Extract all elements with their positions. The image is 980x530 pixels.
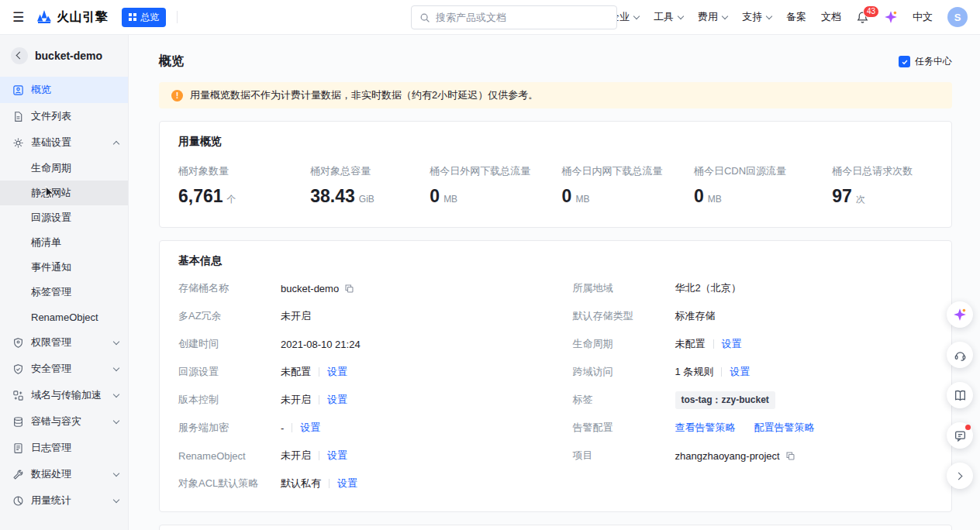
sidebar-item-file-list[interactable]: 文件列表	[0, 103, 128, 129]
documentation-button[interactable]	[947, 382, 973, 408]
search-input[interactable]	[436, 12, 609, 23]
sidebar-item-basic-settings[interactable]: 基础设置	[0, 129, 128, 156]
nav-tools[interactable]: 工具	[654, 10, 683, 24]
divider	[319, 395, 319, 404]
pie-chart-icon	[12, 495, 24, 507]
settings-link[interactable]: 设置	[327, 393, 347, 407]
sidebar-item-bucket-inventory[interactable]: 桶清单	[0, 230, 128, 255]
row-tags: 标签 tos-tag：zzy-bucket	[573, 386, 933, 414]
sidebar-item-permission-management[interactable]: 权限管理	[0, 329, 128, 356]
sidebar-item-log-management[interactable]: 日志管理	[0, 435, 128, 461]
copy-icon[interactable]	[344, 284, 354, 294]
collapse-toolbar-button[interactable]	[947, 463, 973, 489]
row-acl-default-policy: 对象ACL默认策略 默认私有 设置	[178, 470, 539, 497]
main-content: 概览 任务中心 ! 用量概览数据不作为计费计量数据，非实时数据（约有2小时延迟）…	[129, 35, 980, 530]
settings-link[interactable]: 设置	[327, 449, 347, 463]
stat-label: 桶今日外网下载总流量	[430, 164, 561, 178]
nav-docs[interactable]: 文档	[821, 10, 841, 24]
ai-assistant-button[interactable]	[947, 301, 973, 328]
feedback-button[interactable]	[947, 422, 973, 449]
copy-icon[interactable]	[785, 451, 795, 461]
sidebar-item-data-processing[interactable]: 数据处理	[0, 461, 128, 487]
divider	[292, 423, 292, 432]
settings-link[interactable]: 设置	[722, 337, 742, 351]
divider	[329, 479, 330, 488]
nav-label: 文档	[821, 10, 841, 24]
stat-total-capacity: 桶对象总容量 38.43 GiB	[310, 164, 430, 207]
row-versioning: 版本控制 未开启 设置	[178, 386, 539, 414]
menu-icon[interactable]: ☰	[12, 11, 24, 24]
tag-chip: tos-tag：zzy-bucket	[675, 391, 775, 409]
sidebar-item-tag-management[interactable]: 标签管理	[0, 280, 128, 305]
stat-unit: 个	[227, 193, 236, 206]
info-value: 标准存储	[675, 309, 716, 323]
sidebar-item-overview[interactable]: 概览	[0, 77, 128, 103]
nav-icp-filing[interactable]: 备案	[786, 10, 806, 24]
settings-link[interactable]: 设置	[337, 477, 357, 490]
stat-value: 0	[430, 186, 440, 207]
settings-link[interactable]: 设置	[730, 365, 750, 379]
task-center-button[interactable]: 任务中心	[899, 55, 952, 68]
sidebar-item-label: 事件通知	[31, 260, 71, 274]
sidebar-item-fault-tolerance[interactable]: 容错与容灾	[0, 408, 128, 435]
access-domains-card: 访问域名	[159, 525, 952, 530]
basic-info-card: 基本信息 存储桶名称 bucket-demo 多AZ冗余	[159, 240, 952, 512]
header-right: 企业 工具 费用 支持 备案 文档 43	[609, 7, 968, 27]
headset-icon	[954, 349, 967, 362]
floating-toolbar	[947, 301, 973, 489]
sidebar-item-label: 安全管理	[31, 362, 71, 376]
settings-link[interactable]: 设置	[327, 365, 347, 379]
avatar[interactable]: S	[947, 7, 968, 27]
sidebar-item-label: 数据处理	[31, 467, 71, 481]
stat-label: 桶今日总请求次数	[832, 164, 933, 178]
sidebar-item-usage-statistics[interactable]: 用量统计	[0, 487, 128, 514]
info-label: 告警配置	[573, 421, 675, 435]
support-button[interactable]	[947, 342, 973, 368]
view-alarm-policy-link[interactable]: 查看告警策略	[675, 421, 736, 435]
stat-label: 桶今日CDN回源流量	[694, 164, 832, 178]
row-server-encryption: 服务端加密 - 设置	[178, 414, 539, 442]
sidebar-item-label: 标签管理	[31, 285, 71, 299]
overview-badge[interactable]: 总览	[122, 8, 166, 27]
language-switch[interactable]: 中文	[913, 10, 933, 24]
row-mirror-back: 回源设置 未配置 设置	[178, 358, 539, 386]
chevron-down-icon	[113, 418, 119, 424]
sidebar-item-rename-object[interactable]: RenameObject	[0, 305, 128, 329]
notifications-button[interactable]: 43	[856, 11, 869, 24]
info-value: 未开启	[281, 393, 311, 407]
ark-assistant-icon[interactable]	[884, 10, 898, 24]
sidebar-item-security-management[interactable]: 安全管理	[0, 356, 128, 382]
nav-label: 支持	[742, 10, 762, 24]
nav-support[interactable]: 支持	[742, 10, 771, 24]
info-label: RenameObject	[178, 450, 281, 462]
sidebar-item-label: 桶清单	[31, 236, 61, 250]
mouse-cursor-icon	[45, 186, 54, 199]
brand-name: 火山引擎	[57, 9, 108, 26]
gear-icon	[12, 137, 24, 149]
sidebar-item-domain-acceleration[interactable]: 域名与传输加速	[0, 382, 128, 408]
chevron-down-icon	[113, 391, 119, 398]
stat-label: 桶对象数量	[178, 164, 310, 178]
sidebar-item-mirror-back[interactable]: 回源设置	[0, 205, 128, 230]
info-value: 未配置	[281, 365, 311, 379]
info-value: 未开启	[281, 449, 311, 463]
task-check-icon	[899, 56, 910, 67]
header-divider	[177, 11, 178, 23]
file-icon	[12, 111, 24, 122]
sidebar: bucket-demo 概览 文件列表	[0, 35, 129, 530]
back-button[interactable]	[11, 47, 28, 64]
configure-alarm-policy-link[interactable]: 配置告警策略	[754, 421, 815, 435]
sidebar-item-lifecycle[interactable]: 生命周期	[0, 156, 128, 181]
settings-link[interactable]: 设置	[300, 421, 320, 435]
chevron-down-icon	[113, 497, 119, 503]
sidebar-item-static-website[interactable]: 静态网站	[0, 181, 128, 205]
row-creation-time: 创建时间 2021-08-10 21:24	[178, 330, 539, 358]
chevron-down-icon	[633, 13, 640, 19]
info-value: -	[281, 422, 284, 434]
sidebar-item-event-notification[interactable]: 事件通知	[0, 255, 128, 280]
info-label: 存储桶名称	[178, 281, 281, 295]
basic-info-title: 基本信息	[160, 241, 951, 268]
nav-expenses[interactable]: 费用	[698, 10, 727, 24]
nav-label: 工具	[654, 10, 674, 24]
stat-cdn-origin-traffic: 桶今日CDN回源流量 0 MB	[694, 164, 832, 207]
